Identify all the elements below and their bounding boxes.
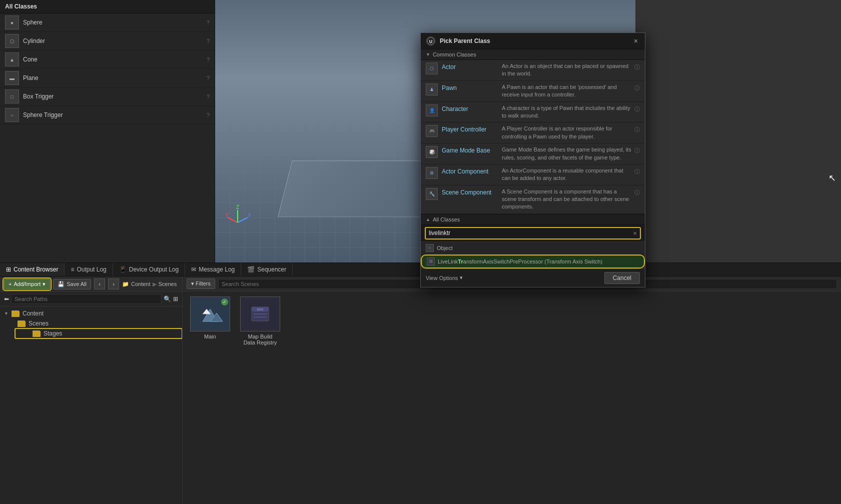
scene-component-class-name: Scene Component: [442, 188, 502, 196]
device-output-log-icon: 📱: [119, 266, 127, 273]
tree-item-content-label: Content: [23, 310, 44, 317]
search-result-object[interactable]: ○ Object: [421, 242, 645, 254]
game-mode-class-info: ⓘ: [634, 146, 640, 154]
tree-item-stages-label: Stages: [44, 330, 62, 337]
class-player-controller-row[interactable]: 🎮 Player Controller A Player Controller …: [421, 122, 645, 144]
tree-item-content[interactable]: ▼ Content: [0, 308, 182, 318]
cursor-indicator: ↖: [828, 172, 836, 184]
class-search-input[interactable]: [429, 230, 633, 236]
search-result-livelink[interactable]: ⊡ LiveLinkTransformAxisSwitchPreProcesso…: [421, 254, 645, 268]
nav-back-button[interactable]: ‹: [94, 278, 105, 290]
svg-line-2: [228, 218, 238, 222]
search-paths-grid-icon[interactable]: ⊞: [173, 296, 178, 302]
class-item-box-trigger[interactable]: □ Box Trigger ?: [0, 88, 215, 106]
class-actor-component-row[interactable]: ⚙ Actor Component An ActorComponent is a…: [421, 164, 645, 186]
tab-output-log[interactable]: ≡ Output Log: [65, 263, 113, 276]
content-tree: ▼ Content Scenes Stages: [0, 306, 182, 504]
svg-line-0: [238, 218, 248, 222]
nav-forward-button[interactable]: ›: [108, 278, 119, 290]
actor-class-desc: An Actor is an object that can be placed…: [502, 62, 632, 78]
class-item-cone[interactable]: ▲ Cone ?: [0, 50, 215, 69]
tab-device-output-log[interactable]: 📱 Device Output Log: [113, 263, 185, 276]
content-sidebar: + Add/Import ▾ 💾 Save All ‹ › 📁 Content …: [0, 276, 183, 504]
class-info: ?: [207, 38, 210, 44]
player-controller-class-icon: 🎮: [426, 125, 438, 137]
filters-button[interactable]: ▾ Filters: [187, 278, 215, 289]
player-controller-class-info: ⓘ: [634, 125, 640, 134]
tab-sequencer[interactable]: 🎬 Sequencer: [241, 263, 293, 276]
breadcrumb-folder-icon: 📁: [122, 281, 129, 288]
left-panel: All Classes ● Sphere ? ⬡ Cylinder ? ▲ Co…: [0, 0, 215, 262]
stages-folder-icon: [33, 330, 41, 337]
plane-icon: ▬: [5, 71, 19, 85]
cone-icon: ▲: [5, 52, 19, 66]
viewport-axes: X Y Z: [225, 205, 250, 230]
class-info: ?: [207, 112, 210, 118]
class-item-cylinder[interactable]: ⬡ Cylinder ?: [0, 32, 215, 50]
class-scene-component-row[interactable]: 🔧 Scene Component A Scene Component is a…: [421, 186, 645, 214]
player-controller-class-name: Player Controller: [442, 125, 502, 133]
search-container: ×: [421, 225, 645, 242]
view-options-chevron: ▾: [460, 274, 463, 281]
svg-text:Y: Y: [225, 212, 229, 218]
actor-component-class-name: Actor Component: [442, 167, 502, 175]
sphere-trigger-icon: ○: [5, 108, 19, 122]
game-mode-class-desc: Game Mode Base defines the game being pl…: [502, 146, 632, 162]
common-classes-label: Common Classes: [433, 52, 476, 58]
class-item-sphere[interactable]: ● Sphere ?: [0, 14, 215, 32]
search-paths-search-icon[interactable]: 🔍: [164, 296, 171, 302]
search-paths-toggle-icon[interactable]: ⬅: [4, 296, 9, 302]
add-import-button[interactable]: + Add/Import ▾: [4, 279, 50, 290]
modal-header: U Pick Parent Class ×: [421, 33, 645, 50]
actor-component-class-info: ⓘ: [634, 167, 640, 176]
content-grid: ✓ Main DATA Map BuildDa: [183, 292, 841, 504]
save-all-button[interactable]: 💾 Save All: [53, 279, 91, 290]
class-info: ?: [207, 94, 210, 100]
class-actor-row[interactable]: ⬡ Actor An Actor is an object that can b…: [421, 60, 645, 81]
modal-close-button[interactable]: ×: [632, 37, 640, 45]
map-checkmark: ✓: [221, 298, 228, 306]
device-output-log-label: Device Output Log: [129, 266, 179, 273]
character-class-name: Character: [442, 104, 502, 112]
tab-content-browser[interactable]: ⊞ Content Browser: [0, 263, 65, 276]
output-log-icon: ≡: [71, 266, 74, 273]
object-result-icon: ○: [426, 244, 434, 252]
built-data-label: Map BuildData Registry: [244, 334, 277, 346]
breadcrumb-content[interactable]: Content: [131, 281, 151, 287]
search-clear-button[interactable]: ×: [633, 230, 637, 237]
search-paths-input[interactable]: [11, 294, 162, 304]
class-info: ?: [207, 75, 210, 81]
save-all-label: Save All: [67, 281, 87, 287]
all-classes-section-label: All Classes: [433, 216, 460, 222]
svg-text:U: U: [429, 39, 433, 44]
pawn-class-info: ⓘ: [634, 84, 640, 92]
all-classes-section-header[interactable]: All Classes: [421, 214, 645, 225]
tree-item-stages[interactable]: Stages: [15, 328, 182, 338]
breadcrumb-scenes[interactable]: Scenes: [159, 281, 177, 287]
view-options-button[interactable]: View Options ▾: [426, 274, 463, 281]
class-item-sphere-trigger[interactable]: ○ Sphere Trigger ?: [0, 106, 215, 124]
bottom-content: + Add/Import ▾ 💾 Save All ‹ › 📁 Content …: [0, 276, 841, 504]
class-game-mode-row[interactable]: 🎲 Game Mode Base Game Mode Base defines …: [421, 144, 645, 164]
class-pawn-row[interactable]: ♟ Pawn A Pawn is an actor that can be 'p…: [421, 81, 645, 102]
svg-text:X: X: [248, 212, 250, 218]
cancel-button[interactable]: Cancel: [604, 272, 640, 284]
class-character-row[interactable]: 👤 Character A character is a type of Paw…: [421, 102, 645, 123]
tree-item-scenes[interactable]: Scenes: [0, 318, 182, 328]
class-name: Sphere Trigger: [23, 112, 205, 118]
content-item-main-built-data[interactable]: DATA Map BuildData Registry: [238, 296, 283, 346]
sphere-icon: ●: [5, 16, 19, 30]
content-browser-icon: ⊞: [6, 266, 11, 273]
filters-label: ▾ Filters: [191, 280, 211, 287]
class-item-plane[interactable]: ▬ Plane ?: [0, 69, 215, 88]
livelink-result-label: LiveLinkTransformAxisSwitchPreProcessor …: [438, 258, 602, 264]
content-item-main[interactable]: ✓ Main: [188, 296, 233, 346]
livelink-result-icon: ⊡: [427, 258, 435, 266]
box-trigger-icon: □: [5, 90, 19, 104]
tab-message-log[interactable]: ✉ Message Log: [185, 263, 241, 276]
search-paths-bar: ⬅ 🔍 ⊞: [0, 292, 182, 306]
class-name: Cylinder: [23, 38, 205, 44]
common-classes-header: Common Classes: [421, 50, 645, 60]
message-log-icon: ✉: [191, 266, 196, 273]
actor-class-name: Actor: [442, 62, 502, 70]
